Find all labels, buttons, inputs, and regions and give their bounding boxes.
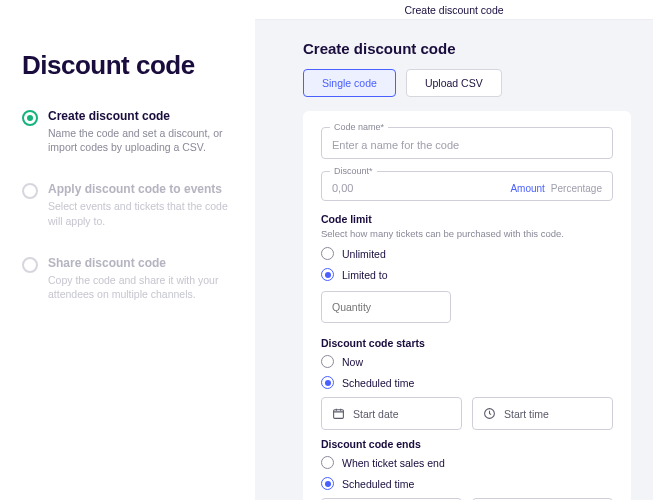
discount-type-percentage[interactable]: Percentage: [551, 183, 602, 194]
ends-title: Discount code ends: [321, 438, 613, 450]
start-date-label: Start date: [353, 408, 399, 420]
radio-unlimited[interactable]: Unlimited: [321, 247, 613, 260]
radio-start-now[interactable]: Now: [321, 355, 613, 368]
step-title: Create discount code: [48, 109, 233, 123]
radio-limited-to[interactable]: Limited to: [321, 268, 613, 281]
radio-unchecked-icon: [22, 257, 38, 273]
radio-icon: [321, 247, 334, 260]
tab-single-code[interactable]: Single code: [303, 69, 396, 97]
svg-rect-0: [334, 410, 344, 419]
radio-checked-icon: [321, 477, 334, 490]
tab-upload-csv[interactable]: Upload CSV: [406, 69, 502, 97]
step-title: Share discount code: [48, 256, 233, 270]
code-name-label: Code name*: [330, 122, 388, 132]
discount-field[interactable]: Discount* Amount Percentage: [321, 171, 613, 201]
panel-title: Create discount code: [303, 40, 631, 57]
step-title: Apply discount code to events: [48, 182, 233, 196]
breadcrumb: Create discount code: [255, 0, 653, 20]
quantity-input[interactable]: [321, 291, 451, 323]
code-name-field[interactable]: Code name*: [321, 127, 613, 159]
radio-checked-icon: [321, 268, 334, 281]
radio-unchecked-icon: [22, 183, 38, 199]
radio-icon: [321, 355, 334, 368]
step-desc: Name the code and set a discount, or imp…: [48, 126, 233, 154]
step-desc: Select events and tickets that the code …: [48, 199, 233, 227]
code-limit-title: Code limit: [321, 213, 613, 225]
step-create-code[interactable]: Create discount code Name the code and s…: [22, 109, 233, 154]
calendar-icon: [332, 407, 345, 420]
discount-input[interactable]: [332, 182, 504, 194]
start-time-label: Start time: [504, 408, 549, 420]
starts-title: Discount code starts: [321, 337, 613, 349]
radio-label: Limited to: [342, 269, 388, 281]
radio-checked-icon: [321, 376, 334, 389]
clock-icon: [483, 407, 496, 420]
radio-label: When ticket sales end: [342, 457, 445, 469]
start-time-input[interactable]: Start time: [472, 397, 613, 430]
radio-checked-icon: [22, 110, 38, 126]
start-date-input[interactable]: Start date: [321, 397, 462, 430]
step-desc: Copy the code and share it with your att…: [48, 273, 233, 301]
radio-label: Scheduled time: [342, 377, 414, 389]
radio-start-scheduled[interactable]: Scheduled time: [321, 376, 613, 389]
discount-type-amount[interactable]: Amount: [510, 183, 544, 194]
radio-end-sales-end[interactable]: When ticket sales end: [321, 456, 613, 469]
discount-label: Discount*: [330, 166, 377, 176]
step-apply-to-events[interactable]: Apply discount code to events Select eve…: [22, 182, 233, 227]
radio-end-scheduled[interactable]: Scheduled time: [321, 477, 613, 490]
radio-label: Unlimited: [342, 248, 386, 260]
code-name-input[interactable]: [332, 139, 602, 151]
code-limit-desc: Select how many tickets can be purchased…: [321, 228, 613, 239]
step-share-code[interactable]: Share discount code Copy the code and sh…: [22, 256, 233, 301]
radio-icon: [321, 456, 334, 469]
page-title: Discount code: [22, 50, 233, 81]
radio-label: Scheduled time: [342, 478, 414, 490]
radio-label: Now: [342, 356, 363, 368]
